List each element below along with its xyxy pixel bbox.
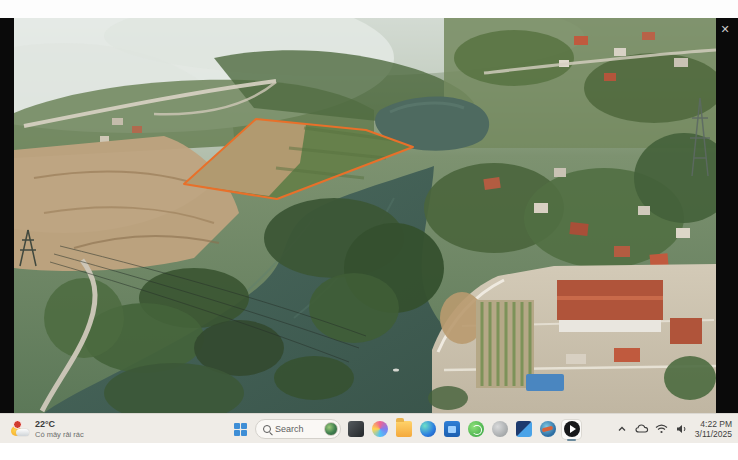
copilot-icon <box>372 421 388 437</box>
edge-icon <box>420 421 436 437</box>
search-icon <box>263 425 271 433</box>
taskbar-icon-green-app[interactable] <box>466 420 485 439</box>
start-button[interactable] <box>231 420 250 439</box>
media-player-icon <box>564 421 580 437</box>
taskbar-icon-globe-app[interactable] <box>538 420 557 439</box>
globe-app-icon <box>540 421 556 437</box>
weather-icon <box>10 420 30 438</box>
active-app-indicator <box>567 439 576 441</box>
windows-logo-icon <box>234 423 247 436</box>
weather-temperature: 22°C <box>35 419 84 430</box>
taskbar-center: Search <box>231 414 581 444</box>
aerial-photo-scene <box>14 18 716 413</box>
bottom-strip <box>0 443 738 460</box>
clock-time: 4:22 PM <box>695 419 732 429</box>
taskbar-icon-media-player[interactable] <box>562 420 581 439</box>
taskbar-icon-gray-app[interactable] <box>490 420 509 439</box>
weather-alert-badge <box>13 420 22 429</box>
cloud-icon <box>16 429 29 436</box>
gray-app-icon <box>492 421 508 437</box>
onedrive-icon[interactable] <box>635 422 649 436</box>
aerial-photo <box>14 18 716 413</box>
taskbar-icon-thumbnail-app[interactable] <box>346 420 365 439</box>
taskbar-icon-edge[interactable] <box>418 420 437 439</box>
clock-date: 3/11/2025 <box>695 429 732 439</box>
photos-icon <box>516 421 532 437</box>
microsoft-store-icon <box>444 421 460 437</box>
video-stage: ✕ <box>0 18 738 413</box>
close-button[interactable]: ✕ <box>718 22 732 36</box>
hidden-icons-chevron[interactable] <box>615 422 629 436</box>
volume-icon[interactable] <box>675 422 689 436</box>
search-highlight-image <box>324 422 338 436</box>
search-input[interactable]: Search <box>255 419 341 439</box>
taskbar-icon-copilot[interactable] <box>370 420 389 439</box>
clock[interactable]: 4:22 PM 3/11/2025 <box>695 419 734 439</box>
top-strip <box>0 0 738 18</box>
taskbar-icon-photos[interactable] <box>514 420 533 439</box>
system-tray: 4:22 PM 3/11/2025 <box>615 414 734 444</box>
desktop: ✕ 22°C Có mây rải rác Search <box>0 0 738 460</box>
wifi-icon[interactable] <box>655 422 669 436</box>
taskbar-icon-file-explorer[interactable] <box>394 420 413 439</box>
weather-widget[interactable]: 22°C Có mây rải rác <box>10 416 84 442</box>
thumbnail-app-icon <box>348 421 364 437</box>
weather-text: 22°C Có mây rải rác <box>35 419 84 439</box>
taskbar: 22°C Có mây rải rác Search <box>0 413 738 443</box>
green-app-icon <box>468 421 484 437</box>
weather-condition: Có mây rải rác <box>35 430 84 439</box>
file-explorer-icon <box>396 421 412 437</box>
search-placeholder: Search <box>275 424 320 434</box>
taskbar-icon-store[interactable] <box>442 420 461 439</box>
